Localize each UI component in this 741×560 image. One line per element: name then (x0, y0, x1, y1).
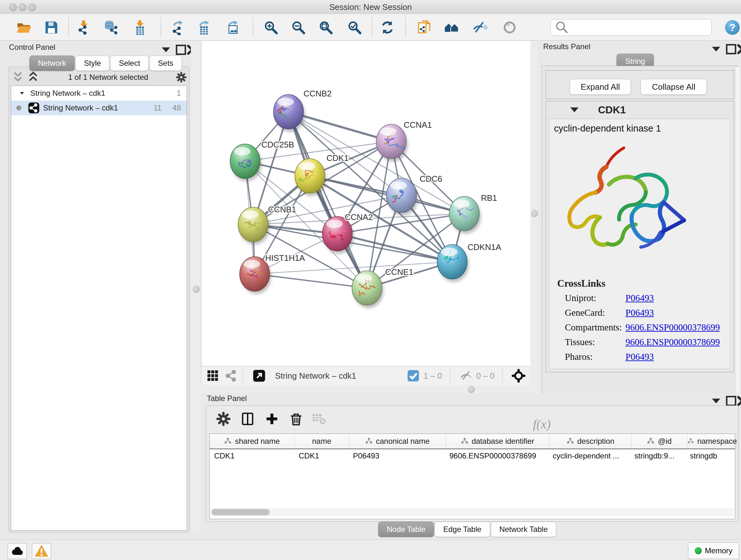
refresh-layout-icon[interactable] (378, 18, 397, 37)
column-header-namespace[interactable]: namespace (687, 434, 737, 449)
table-cell: stringdb:9... (630, 449, 685, 462)
table-settings-gear-icon[interactable] (214, 410, 232, 428)
zoom-in-icon[interactable] (261, 18, 280, 37)
crosslink-link[interactable]: P06493 (625, 293, 654, 303)
share-view-icon[interactable] (224, 369, 239, 383)
collapse-all-button[interactable]: Collapse All (641, 79, 707, 95)
toolbar-separator (372, 17, 373, 37)
column-header-shared-name[interactable]: shared name (210, 434, 294, 449)
tab-style[interactable]: Style (75, 56, 110, 71)
import-network-icon[interactable] (74, 18, 93, 37)
table-row[interactable]: CDK1CDK1P064939606.ENSP00000378699cyclin… (210, 449, 735, 462)
zoom-out-icon[interactable] (289, 18, 308, 37)
crosslink-link[interactable]: 9606.ENSP00000378699 (625, 322, 720, 333)
column-header-database-identifier[interactable]: database identifier (446, 434, 549, 449)
results-scrollbar[interactable] (735, 66, 740, 415)
network-collection-row[interactable]: String Network – cdk1 1 (11, 86, 187, 101)
add-column-icon[interactable] (263, 410, 281, 428)
crosslink-row: Compartments:9606.ENSP00000378699 (565, 320, 724, 334)
network-node-RB1[interactable] (449, 196, 481, 234)
hide-unhide-icon[interactable] (470, 18, 489, 37)
export-image-icon[interactable] (224, 18, 243, 37)
selected-count: 1 – 0 (423, 371, 442, 381)
network-node-CCNA1[interactable] (376, 124, 408, 162)
expand-all-button[interactable]: Expand All (569, 79, 631, 95)
zoom-selected-icon[interactable] (345, 18, 364, 37)
scrollbar-thumb[interactable] (212, 509, 270, 515)
hidden-eye-icon[interactable] (459, 369, 473, 383)
network-options-gear-icon[interactable] (176, 71, 187, 83)
table-horizontal-scrollbar[interactable] (210, 508, 734, 516)
export-table-icon[interactable] (195, 18, 214, 37)
node-table: shared namenamecanonical namedatabase id… (209, 434, 735, 519)
network-node-CDKN1A[interactable] (437, 245, 469, 282)
collapse-panel-icon[interactable] (158, 42, 174, 57)
import-database-icon[interactable] (102, 18, 121, 37)
tab-edge-table[interactable]: Edge Table (434, 522, 490, 537)
open-session-icon[interactable] (14, 18, 33, 37)
network-node-CCNA2[interactable] (322, 216, 354, 254)
crosslink-link[interactable]: P06493 (625, 307, 654, 318)
clone-network-icon[interactable] (415, 18, 434, 37)
warning-status-button[interactable] (32, 543, 51, 559)
column-header-name[interactable]: name (294, 434, 349, 449)
save-session-icon[interactable] (42, 18, 61, 37)
column-type-icon (365, 437, 373, 445)
table-panel-title: Table Panel (207, 394, 247, 403)
delete-column-icon[interactable] (287, 410, 305, 428)
zoom-fit-icon[interactable] (316, 18, 335, 37)
grid-view-icon[interactable] (206, 369, 220, 383)
protein-section-header[interactable]: CDK1 (546, 102, 733, 118)
network-edge-HIST1H1A-CCNE1[interactable] (255, 274, 367, 288)
node-label-CCNA1: CCNA1 (404, 120, 432, 130)
column-header-@id[interactable]: @id (631, 434, 687, 449)
table-cell: P06493 (348, 449, 445, 462)
panel-divider[interactable] (201, 385, 530, 393)
crosslink-link[interactable]: P06493 (625, 352, 654, 362)
memory-button[interactable]: Memory (688, 543, 739, 559)
close-panel-icon[interactable] (735, 42, 741, 57)
eye-icon[interactable] (500, 18, 519, 37)
export-network-icon[interactable] (169, 18, 188, 37)
toolbar-separator (243, 369, 243, 383)
help-button[interactable]: ? (725, 20, 740, 35)
network-status-dot (16, 105, 21, 111)
node-label-HIST1H1A: HIST1H1A (265, 253, 305, 263)
tab-sets[interactable]: Sets (149, 56, 182, 71)
tab-network-table[interactable]: Network Table (491, 522, 556, 537)
import-table-icon[interactable] (131, 18, 150, 37)
show-columns-icon[interactable] (239, 410, 257, 428)
crosslink-link[interactable]: 9606.ENSP00000378699 (625, 337, 720, 348)
table-body: CDK1CDK1P064939606.ENSP00000378699cyclin… (210, 449, 735, 462)
network-canvas[interactable]: CCNB2CCNA1CDC25BCDK1CDC6RB1CCNB1CCNA2CDK… (201, 41, 531, 366)
tab-select[interactable]: Select (110, 56, 149, 71)
node-label-CDK1: CDK1 (327, 153, 348, 163)
network-view-toolbar: String Network – cdk1 1 – 0 0 – 0 (201, 366, 531, 386)
toolbar-separator (502, 369, 502, 383)
column-header-description[interactable]: description (549, 434, 631, 449)
network-node-CDC25B[interactable] (230, 144, 262, 181)
search-input[interactable] (566, 20, 711, 35)
expand-all-icon[interactable] (25, 70, 41, 85)
homes-icon[interactable] (442, 18, 461, 37)
divider-handle[interactable] (468, 386, 475, 393)
selected-checkbox[interactable] (406, 369, 420, 383)
tab-node-table[interactable]: Node Table (378, 522, 434, 537)
network-node-CDK1[interactable] (295, 159, 327, 196)
divider-handle[interactable] (531, 210, 538, 217)
network-node-CCNB2[interactable] (273, 95, 305, 132)
cloud-status-button[interactable] (8, 543, 27, 559)
divider-handle[interactable] (193, 286, 200, 293)
column-type-icon (687, 437, 694, 445)
network-node-CCNE1[interactable] (352, 271, 384, 308)
expand-collection-icon[interactable] (18, 89, 26, 97)
collapse-panel-icon[interactable] (709, 42, 724, 57)
tab-network[interactable]: Network (29, 56, 75, 71)
network-row[interactable]: String Network – cdk1 11 48 (11, 101, 187, 115)
toolbar-separator (253, 17, 253, 37)
collapse-all-icon[interactable] (10, 70, 25, 85)
fit-selected-crosshair-icon[interactable] (512, 369, 526, 383)
birdseye-view-icon[interactable] (252, 369, 266, 383)
column-header-canonical-name[interactable]: canonical name (349, 434, 446, 449)
collapse-section-icon[interactable] (567, 102, 582, 118)
